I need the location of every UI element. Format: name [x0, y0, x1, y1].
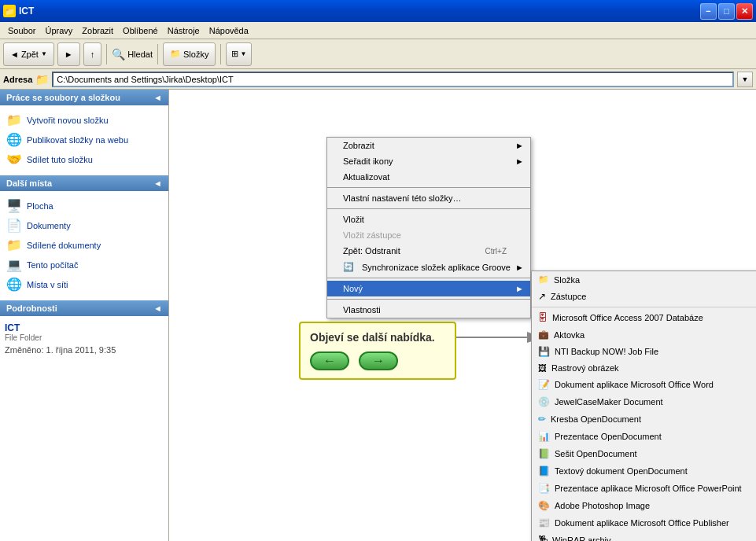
my-computer-icon: 💻 [6, 257, 22, 272]
minimize-button[interactable]: − [700, 3, 717, 20]
sub-zastupce[interactable]: ↗ Zástupce [532, 288, 756, 305]
sub-aktovka-label: Aktovka [554, 330, 585, 340]
my-computer-link[interactable]: 💻 Tento počítač [3, 255, 165, 274]
share-link[interactable]: 🤝 Sdílet tuto složku [3, 149, 165, 169]
sub-nti[interactable]: 💾 NTI Backup NOW! Job File [532, 343, 756, 360]
address-folder-icon: 📁 [35, 73, 49, 86]
maximize-button[interactable]: □ [718, 3, 735, 20]
desktop-label: Plocha [27, 201, 53, 211]
publish-label: Publikovat složky na webu [27, 135, 128, 145]
files-section-header[interactable]: Práce se soubory a složkou ◄ [0, 90, 168, 105]
view-icon: ⊞ [231, 49, 238, 59]
sub-rar-icon: 🗜 [538, 535, 548, 541]
toolbar-separator-2 [157, 44, 158, 64]
network-link[interactable]: 🌐 Místa v síti [3, 274, 165, 294]
sub-photoshop-label: Adobe Photoshop Image [555, 501, 650, 510]
menu-bar: Soubor Úpravy Zobrazit Oblíbené Nástroje… [0, 22, 756, 39]
sub-sep-1 [532, 307, 756, 307]
ctx-seradit-arrow: ► [515, 156, 524, 166]
sub-impress[interactable]: 📊 Prezentace OpenDocument [532, 428, 756, 445]
ctx-vlozit-zastupce: Vložit zástupce [327, 227, 530, 243]
bubble-back-button[interactable]: ← [310, 351, 349, 370]
menu-nastroje[interactable]: Nástroje [163, 24, 205, 37]
close-button[interactable]: ✕ [736, 3, 753, 20]
ctx-novy[interactable]: Nový ► [327, 281, 530, 296]
sub-rar[interactable]: 🗜 WinRAR archiv [532, 532, 756, 541]
places-section-title: Další místa [6, 178, 52, 188]
share-label: Sdílet tuto složku [27, 155, 93, 164]
sub-slozka[interactable]: 📁 Složka [532, 271, 756, 288]
ctx-vlastnosti-label: Vlastnosti [343, 305, 381, 315]
tooltip-bubble: Objeví se další nabídka. ← → [299, 322, 456, 380]
sub-calc[interactable]: 📗 Sešit OpenDocument [532, 445, 756, 462]
view-button[interactable]: ⊞ ▼ [226, 42, 252, 66]
menu-napoveda[interactable]: Nápověda [205, 24, 253, 37]
folders-icon: 📁 [170, 49, 181, 59]
desktop-link[interactable]: 🖥️ Plocha [3, 196, 165, 215]
shared-docs-link[interactable]: 📁 Sdílené dokumenty [3, 235, 165, 255]
menu-soubor[interactable]: Soubor [3, 24, 40, 37]
toolbar-separator-1 [106, 44, 107, 64]
sub-access-label: Microsoft Office Access 2007 Databáze [552, 313, 703, 322]
create-folder-link[interactable]: 📁 Vytvořit novou složku [3, 110, 165, 130]
places-section-content: 🖥️ Plocha 📄 Dokumenty 📁 Sdílené dokument… [0, 191, 168, 299]
forward-button[interactable]: ► [57, 42, 80, 66]
ctx-vlozit[interactable]: Vložit [327, 212, 530, 227]
shared-docs-icon: 📁 [6, 237, 22, 252]
sub-calc-label: Sešit OpenDocument [555, 449, 637, 458]
ctx-groove[interactable]: 🔄 Synchronizace složek aplikace Groove ► [327, 259, 530, 275]
menu-oblibene[interactable]: Oblíbené [118, 24, 163, 37]
tooltip-text: Objeví se další nabídka. [310, 331, 445, 344]
sub-writer[interactable]: 📘 Textový dokument OpenDocument [532, 462, 756, 480]
ctx-novy-arrow: ► [515, 284, 524, 293]
forward-icon: ► [65, 50, 73, 59]
create-folder-label: Vytvořit novou složku [27, 116, 109, 125]
folders-button[interactable]: 📁 Složky [163, 42, 216, 66]
ctx-zobrazit[interactable]: Zobrazit ► [327, 138, 530, 153]
sub-zastupce-icon: ↗ [538, 291, 546, 302]
ctx-aktualizovat[interactable]: Aktualizovat [327, 169, 530, 185]
menu-upravy[interactable]: Úpravy [40, 24, 77, 37]
context-menu: Zobrazit ► Seřadit ikony ► Aktualizovat … [326, 137, 531, 318]
sub-bitmap-icon: 🖼 [538, 363, 547, 373]
address-go-button[interactable]: ▼ [737, 72, 753, 87]
ctx-vlastni[interactable]: Vlastní nastavení této složky… [327, 190, 530, 206]
documents-link[interactable]: 📄 Dokumenty [3, 215, 165, 235]
publish-link[interactable]: 🌐 Publikovat složky na webu [3, 130, 165, 149]
details-section-toggle: ◄ [153, 304, 162, 313]
ctx-seradit[interactable]: Seřadit ikony ► [327, 153, 530, 169]
sub-jewel-label: JewelCaseMaker Document [555, 397, 663, 407]
ctx-sep-2 [327, 208, 530, 209]
menu-zobrazit[interactable]: Zobrazit [77, 24, 118, 37]
places-section-header[interactable]: Další místa ◄ [0, 175, 168, 191]
sub-draw-icon: ✏ [538, 414, 546, 425]
sub-aktovka[interactable]: 💼 Aktovka [532, 326, 756, 343]
sub-photoshop-icon: 🎨 [538, 500, 550, 511]
ctx-vlozit-label: Vložit [343, 215, 364, 224]
search-icon: 🔍 [112, 48, 125, 61]
search-label: Hledat [127, 50, 153, 59]
sub-photoshop[interactable]: 🎨 Adobe Photoshop Image [532, 497, 756, 514]
bubble-fwd-button[interactable]: → [359, 351, 398, 370]
up-button[interactable]: ↑ [83, 42, 102, 66]
ctx-vlastnosti[interactable]: Vlastnosti [327, 302, 530, 318]
sub-access[interactable]: 🗄 Microsoft Office Access 2007 Databáze [532, 309, 756, 326]
sub-ppt[interactable]: 📑 Prezentace aplikace Microsoft Office P… [532, 480, 756, 497]
files-section-title: Práce se soubory a složkou [6, 93, 120, 102]
address-bar: Adresa 📁 ▼ [0, 69, 756, 90]
ctx-sep-1 [327, 187, 530, 188]
files-section: Práce se soubory a složkou ◄ 📁 Vytvořit … [0, 90, 168, 174]
sub-bitmap[interactable]: 🖼 Rastrový obrázek [532, 360, 756, 376]
sub-publisher[interactable]: 📰 Dokument aplikace Microsoft Office Pub… [532, 514, 756, 532]
details-section-header[interactable]: Podrobnosti ◄ [0, 300, 168, 316]
sub-jewel[interactable]: 💿 JewelCaseMaker Document [532, 393, 756, 410]
sub-draw[interactable]: ✏ Kresba OpenDocument [532, 410, 756, 428]
sub-ppt-label: Prezentace aplikace Microsoft Office Pow… [555, 484, 742, 493]
ctx-zpet[interactable]: Zpět: Odstranit Ctrl+Z [327, 243, 530, 259]
sub-impress-icon: 📊 [538, 431, 550, 442]
window-icon: 📁 [3, 5, 16, 17]
sub-word[interactable]: 📝 Dokument aplikace Microsoft Office Wor… [532, 376, 756, 393]
ctx-groove-arrow: ► [515, 263, 524, 272]
address-input[interactable] [52, 72, 734, 87]
back-button[interactable]: ◄ Zpět ▼ [3, 42, 54, 66]
